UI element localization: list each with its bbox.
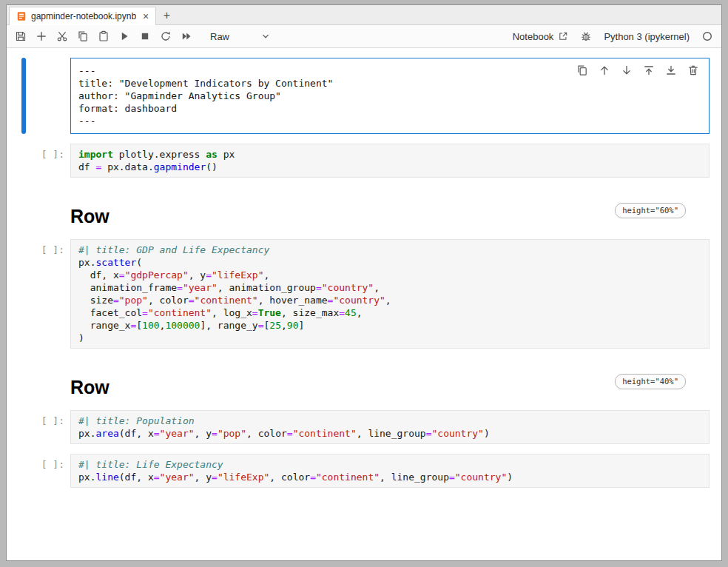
tab-bar: gapminder-notebook.ipynb × + [7, 5, 721, 25]
height-attribute-badge: height="40%" [615, 374, 686, 389]
save-button[interactable] [15, 30, 27, 42]
code-cell[interactable]: [ ]:#| title: Population px.area(df, x="… [7, 410, 721, 444]
code-cell[interactable]: [ ]:#| title: GDP and Life Expectancy px… [7, 239, 721, 349]
debugger-bug-icon[interactable] [580, 30, 592, 42]
raw-cell-editor[interactable]: --- title: "Development Indicators by Co… [70, 58, 710, 134]
code-cell-editor[interactable]: #| title: Life Expectancy px.line(df, x=… [70, 454, 710, 488]
cell-input-prompt [26, 203, 70, 227]
insert-below-cell-button[interactable] [665, 64, 677, 76]
new-tab-button[interactable]: + [156, 6, 177, 24]
cell-source: #| title: GDP and Life Expectancy px.sca… [78, 244, 701, 344]
notebook-area: --- title: "Development Indicators by Co… [7, 48, 721, 560]
interrupt-kernel-button[interactable] [139, 30, 151, 42]
markdown-heading: Row [70, 206, 109, 227]
chevron-down-icon [260, 31, 271, 41]
restart-run-all-button[interactable] [181, 30, 192, 42]
run-button[interactable] [118, 30, 130, 42]
cell-input-prompt [26, 58, 70, 134]
cell-source: import plotly.express as px df = px.data… [78, 148, 701, 173]
delete-cell-button[interactable] [687, 64, 699, 76]
notebook-view-label: Notebook [513, 31, 554, 42]
insert-above-cell-button[interactable] [643, 64, 655, 76]
restart-kernel-button[interactable] [160, 30, 172, 42]
cut-cells-button[interactable] [56, 30, 68, 42]
paste-cells-button[interactable] [98, 30, 109, 42]
code-cell-editor[interactable]: #| title: GDP and Life Expectancy px.sca… [70, 239, 710, 349]
move-up-cell-button[interactable] [599, 64, 610, 76]
cell-source: #| title: Life Expectancy px.line(df, x=… [78, 458, 701, 483]
height-attribute-badge: height="60%" [615, 203, 686, 218]
cell-type-dropdown[interactable]: Raw [210, 31, 271, 42]
insert-cell-button[interactable] [36, 30, 47, 42]
notebook-view-button[interactable]: Notebook [513, 31, 569, 42]
notebook-file-icon [16, 11, 27, 21]
code-cell[interactable]: [ ]:import plotly.express as px df = px.… [7, 144, 721, 178]
markdown-heading: Row [70, 377, 109, 398]
notebook-toolbar: Raw Notebook Python 3 (ipykernel) [7, 25, 721, 48]
markdown-cell[interactable]: Rowheight="60%" [7, 203, 721, 227]
toolbar-right: Notebook Python 3 (ipykernel) [513, 30, 713, 42]
cell-toolbar [576, 64, 699, 76]
code-cell[interactable]: [ ]:#| title: Life Expectancy px.line(df… [7, 454, 721, 488]
cell-type-value: Raw [210, 31, 229, 42]
raw-cell[interactable]: --- title: "Development Indicators by Co… [7, 58, 721, 134]
cell-input-prompt: [ ]: [26, 454, 70, 488]
toolbar-buttons [15, 30, 192, 42]
notebook-tab[interactable]: gapminder-notebook.ipynb × [9, 7, 156, 25]
jupyterlab-window: gapminder-notebook.ipynb × + Raw Noteboo… [6, 4, 722, 561]
copy-cells-button[interactable] [77, 30, 89, 42]
cell-source: #| title: Population px.area(df, x="year… [78, 415, 701, 440]
cell-input-prompt [26, 374, 70, 398]
tab-close-icon[interactable]: × [143, 11, 149, 21]
code-cell-editor[interactable]: import plotly.express as px df = px.data… [70, 144, 710, 178]
tab-title: gapminder-notebook.ipynb [31, 11, 136, 21]
external-link-icon [558, 31, 568, 41]
duplicate-cell-button[interactable] [576, 64, 588, 76]
kernel-name[interactable]: Python 3 (ipykernel) [604, 31, 690, 42]
cell-input-prompt: [ ]: [26, 144, 70, 178]
cell-input-prompt: [ ]: [26, 239, 70, 349]
code-cell-editor[interactable]: #| title: Population px.area(df, x="year… [70, 410, 710, 444]
cell-input-prompt: [ ]: [26, 410, 70, 444]
move-down-cell-button[interactable] [621, 64, 633, 76]
markdown-cell[interactable]: Rowheight="40%" [7, 374, 721, 398]
kernel-status-icon [701, 30, 713, 42]
